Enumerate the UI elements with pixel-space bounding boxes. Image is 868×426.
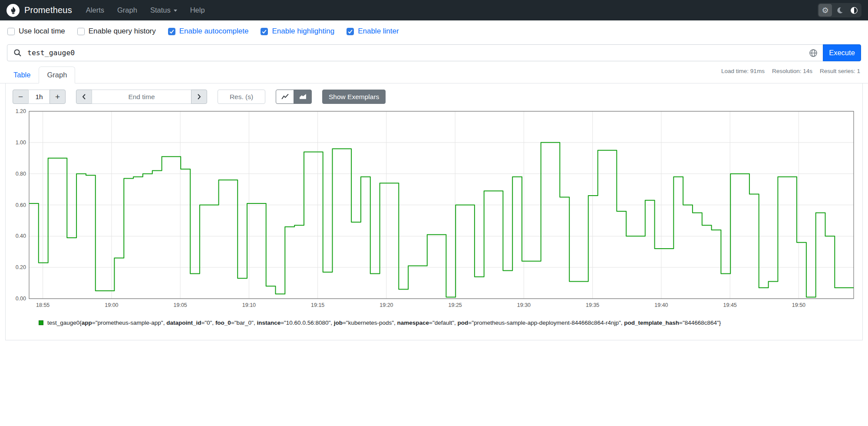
tab-table[interactable]: Table <box>5 67 39 83</box>
stacked-chart-icon <box>299 93 307 100</box>
line-graph-toggle[interactable] <box>276 90 294 104</box>
nav-item-status[interactable]: Status <box>150 6 177 14</box>
checkbox-checked-icon[interactable] <box>168 28 175 35</box>
checkbox-unchecked-icon[interactable] <box>7 28 15 35</box>
execute-button[interactable]: Execute <box>823 44 861 61</box>
legend: test_gauge0{app="prometheus-sample-app",… <box>39 320 856 326</box>
legend-item[interactable]: test_gauge0{app="prometheus-sample-app",… <box>39 320 721 326</box>
x-tick-label: 19:40 <box>654 302 668 308</box>
nav-menu: AlertsGraphStatusHelp <box>86 6 818 14</box>
legend-swatch-icon <box>39 320 43 325</box>
x-tick-label: 19:05 <box>174 302 187 308</box>
navbar: Prometheus AlertsGraphStatusHelp ⚙ <box>0 0 868 20</box>
prometheus-logo-icon <box>7 4 20 17</box>
caret-down-icon <box>174 10 177 12</box>
tab-bar: TableGraph Load time: 91ms Resolution: 1… <box>0 67 868 83</box>
y-tick-label: 0.80 <box>16 171 26 177</box>
search-icon <box>7 49 27 57</box>
x-tick-label: 19:10 <box>242 302 256 308</box>
chevron-left-icon <box>82 93 86 100</box>
end-time-control <box>76 90 207 104</box>
time-forward-button[interactable] <box>191 90 207 104</box>
show-exemplars-button[interactable]: Show Exemplars <box>322 90 386 104</box>
expression-input-group <box>7 44 823 61</box>
graph-controls: − + Show E <box>13 90 855 104</box>
x-tick-label: 19:30 <box>517 302 531 308</box>
option-label: Use local time <box>19 27 65 36</box>
stacked-graph-toggle[interactable] <box>294 90 312 104</box>
range-increase-button[interactable]: + <box>50 90 66 104</box>
y-tick-label: 0.00 <box>16 296 26 302</box>
nav-item-help[interactable]: Help <box>190 6 205 14</box>
option-use-local-time[interactable]: Use local time <box>7 27 65 36</box>
query-bar: Execute <box>7 44 861 61</box>
range-input[interactable] <box>28 90 50 104</box>
resolution-stat: Resolution: 14s <box>772 68 812 74</box>
x-tick-label: 19:50 <box>792 302 805 308</box>
result-series-stat: Result series: 1 <box>820 68 860 74</box>
checkbox-checked-icon[interactable] <box>261 28 268 35</box>
checkbox-checked-icon[interactable] <box>347 28 354 35</box>
settings-gear-icon[interactable]: ⚙ <box>818 4 832 17</box>
graph-canvas[interactable]: 0.000.200.400.600.801.001.2018:5519:0019… <box>12 108 856 310</box>
query-options: Use local timeEnable query historyEnable… <box>0 20 868 41</box>
range-control: − + <box>13 90 66 104</box>
graph-type-toggle <box>276 90 312 104</box>
option-enable-query-history[interactable]: Enable query history <box>77 27 156 36</box>
brand-title: Prometheus <box>24 5 72 15</box>
option-label: Enable linter <box>358 27 399 36</box>
option-label: Enable autocomplete <box>179 27 249 36</box>
nav-item-alerts[interactable]: Alerts <box>86 6 104 14</box>
option-enable-linter[interactable]: Enable linter <box>347 27 399 36</box>
resolution-input[interactable] <box>218 90 265 104</box>
end-time-input[interactable] <box>92 90 191 104</box>
y-tick-label: 0.20 <box>16 264 26 270</box>
theme-controls: ⚙ <box>818 3 861 17</box>
x-tick-label: 19:15 <box>311 302 324 308</box>
x-tick-label: 19:45 <box>723 302 737 308</box>
query-stats: Load time: 91ms Resolution: 14s Result s… <box>721 68 860 74</box>
option-enable-autocomplete[interactable]: Enable autocomplete <box>168 27 249 36</box>
line-chart-icon <box>281 93 289 100</box>
metrics-explorer-globe-icon[interactable] <box>804 45 823 61</box>
x-tick-label: 19:00 <box>105 302 118 308</box>
legend-series-text: test_gauge0{app="prometheus-sample-app",… <box>47 320 721 326</box>
checkbox-unchecked-icon[interactable] <box>77 28 85 35</box>
option-label: Enable query history <box>89 27 156 36</box>
option-enable-highlighting[interactable]: Enable highlighting <box>261 27 334 36</box>
range-decrease-button[interactable]: − <box>13 90 29 104</box>
y-tick-label: 0.40 <box>16 233 26 239</box>
expression-input[interactable] <box>27 49 804 57</box>
option-label: Enable highlighting <box>272 27 334 36</box>
x-tick-label: 19:35 <box>586 302 599 308</box>
y-tick-label: 1.20 <box>16 108 26 114</box>
chevron-right-icon <box>197 93 201 100</box>
prometheus-app: Prometheus AlertsGraphStatusHelp ⚙ Use l… <box>0 0 868 340</box>
load-time-stat: Load time: 91ms <box>721 68 765 74</box>
tab-graph[interactable]: Graph <box>39 67 75 83</box>
dark-theme-moon-icon[interactable] <box>833 4 846 17</box>
brand[interactable]: Prometheus <box>7 4 72 17</box>
x-tick-label: 19:25 <box>449 302 462 308</box>
graph-panel: − + Show E <box>5 83 863 340</box>
nav-item-graph[interactable]: Graph <box>117 6 137 14</box>
auto-theme-contrast-icon[interactable] <box>847 4 861 17</box>
y-tick-label: 0.60 <box>16 202 26 208</box>
tabs: TableGraph <box>5 67 75 83</box>
y-tick-label: 1.00 <box>16 140 26 146</box>
x-tick-label: 19:20 <box>380 302 393 308</box>
x-tick-label: 18:55 <box>36 302 50 308</box>
time-back-button[interactable] <box>76 90 92 104</box>
